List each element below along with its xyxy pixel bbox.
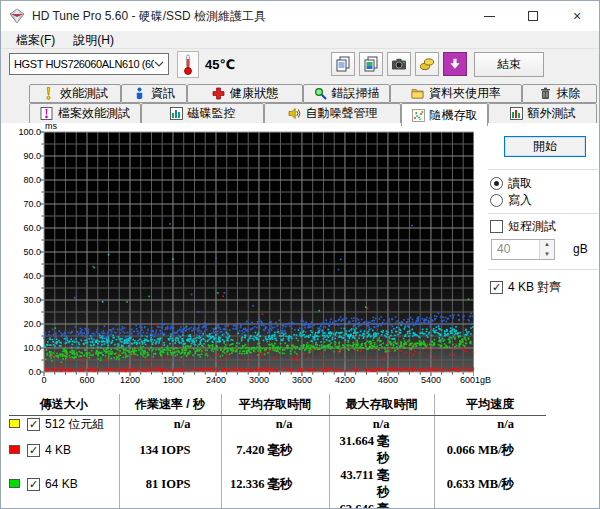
drive-select[interactable]: HGST HUS726060ALN610 (6001 gB): [9, 53, 169, 75]
series-label: 4 KB: [45, 443, 71, 457]
close-button[interactable]: ×: [555, 1, 599, 31]
tab-label: 抹除: [557, 85, 581, 102]
read-label: 讀取: [508, 175, 532, 192]
tab-extra-tests[interactable]: 額外測試: [488, 103, 597, 124]
stepper-arrows[interactable]: ▲▼: [539, 240, 554, 259]
series-checkbox[interactable]: ✓: [27, 444, 40, 457]
avg-access-value: n/a: [221, 415, 329, 433]
save-results-button[interactable]: [443, 52, 467, 76]
screenshot-button[interactable]: [387, 52, 411, 76]
short-test-checkbox[interactable]: [490, 220, 503, 233]
header-max-access: 最大存取時間: [329, 394, 434, 415]
exclamation-icon: [42, 87, 55, 100]
short-test-row[interactable]: 短程測試: [490, 218, 556, 235]
tabs-row-2: 檔案效能測試 磁碟監控 自動噪聲管理 隨機存取 額外測試: [29, 103, 599, 124]
x-tick-label: 6001gB: [460, 375, 506, 385]
results-table: 傳送大小 作業速率 / 秒 平均存取時間 最大存取時間 平均速度 ✓512 位元…: [9, 394, 546, 509]
avg-access-value: 18.723 毫秒: [221, 501, 329, 509]
tab-label: 效能測試: [60, 85, 108, 102]
disk-monitor-icon: [170, 107, 183, 120]
series-checkbox[interactable]: ✓: [27, 418, 40, 431]
ops-value: 81 IOPS: [119, 467, 221, 501]
avg-speed-value: n/a: [434, 415, 546, 433]
write-label: 寫入: [508, 192, 532, 209]
results-body: ✓512 位元組n/an/an/an/a✓4 KB134 IOPS7.420 毫…: [9, 415, 546, 509]
series-checkbox[interactable]: ✓: [27, 478, 40, 491]
header-avg-speed: 平均速度: [434, 394, 546, 415]
chevron-down-icon: [154, 61, 164, 67]
tab-acoustic-management[interactable]: 自動噪聲管理: [264, 103, 401, 124]
trash-icon: [539, 87, 552, 100]
tab-label: 隨機存取: [430, 107, 478, 124]
tab-info[interactable]: 資訊: [121, 84, 187, 103]
panel-separator: [488, 213, 598, 214]
exit-button[interactable]: 結束: [474, 52, 544, 77]
align-row[interactable]: ✓ 4 KB 對齊: [490, 279, 561, 296]
random-access-icon: [412, 109, 425, 122]
header-transfer-size: 傳送大小: [9, 394, 119, 415]
copy-text-icon: [335, 56, 351, 72]
tab-error-scan[interactable]: 錯誤掃描: [303, 84, 390, 103]
info-icon: [133, 87, 146, 100]
menu-help[interactable]: 說明(H): [64, 31, 123, 49]
speaker-icon: [288, 107, 301, 120]
menu-file[interactable]: 檔案(F): [7, 31, 64, 49]
copy-image-button[interactable]: [359, 52, 383, 76]
test-size-value: 40: [492, 240, 539, 259]
write-radio[interactable]: [490, 194, 503, 207]
read-radio-row[interactable]: 讀取: [490, 175, 532, 192]
max-access-value: 62.646 毫秒: [329, 501, 434, 509]
maximize-button[interactable]: [511, 1, 555, 31]
tab-erase[interactable]: 抹除: [522, 84, 597, 103]
stepper-up-icon[interactable]: ▲: [540, 240, 554, 250]
minimize-button[interactable]: [467, 1, 511, 31]
file-benchmark-icon: [40, 107, 53, 120]
tabs-row-1: 效能測試 資訊 健康狀態 錯誤掃描 資料夾使用率 抹除: [29, 84, 599, 103]
copy-text-button[interactable]: [331, 52, 355, 76]
tab-disk-monitor[interactable]: 磁碟監控: [141, 103, 264, 124]
app-icon: [9, 8, 25, 24]
series-label: 512 位元組: [45, 416, 104, 433]
camera-icon: [391, 56, 407, 72]
header-ops: 作業速率 / 秒: [119, 394, 221, 415]
tab-label: 資訊: [151, 85, 175, 102]
read-radio[interactable]: [490, 177, 503, 190]
tab-label: 健康狀態: [230, 85, 278, 102]
title-bar: HD Tune Pro 5.60 - 硬碟/SSD 檢測維護工具 ×: [1, 1, 599, 31]
align-label: 4 KB 對齊: [508, 279, 561, 296]
x-tick-label: 2400: [196, 375, 236, 385]
y-tick-label: 40.0: [3, 271, 41, 281]
series-label: 64 KB: [45, 477, 78, 491]
x-tick-label: 4200: [325, 375, 365, 385]
toolbar: HGST HUS726060ALN610 (6001 gB) 45℃: [1, 49, 599, 81]
panel-separator: [488, 169, 598, 170]
align-checkbox[interactable]: ✓: [490, 281, 503, 294]
x-tick-label: 4800: [368, 375, 408, 385]
max-access-value: n/a: [329, 415, 434, 433]
start-button[interactable]: 開始: [504, 136, 586, 157]
stepper-down-icon[interactable]: ▼: [540, 250, 554, 260]
temperature-button[interactable]: [177, 51, 199, 78]
tab-health[interactable]: 健康狀態: [187, 84, 303, 103]
x-tick-label: 1200: [110, 375, 150, 385]
test-size-stepper[interactable]: 40 ▲▼: [491, 239, 555, 260]
tab-random-access[interactable]: 隨機存取: [401, 103, 488, 126]
results-header-row: 傳送大小 作業速率 / 秒 平均存取時間 最大存取時間 平均速度: [9, 394, 546, 415]
avg-access-value: 12.336 毫秒: [221, 467, 329, 501]
write-radio-row[interactable]: 寫入: [490, 192, 532, 209]
coins-button[interactable]: [415, 52, 439, 76]
tab-label: 額外測試: [528, 105, 576, 122]
y-tick-label: 30.0: [3, 295, 41, 305]
y-tick-label: 90.0: [3, 151, 41, 161]
series-color-swatch: [9, 419, 20, 428]
max-access-value: 31.664 毫秒: [329, 433, 434, 467]
table-row: ✓64 KB81 IOPS12.336 毫秒43.711 毫秒0.633 MB/…: [9, 467, 546, 501]
x-tick-label: 3600: [282, 375, 322, 385]
header-avg-access: 平均存取時間: [221, 394, 329, 415]
tab-benchmark[interactable]: 效能測試: [29, 84, 121, 103]
copy-image-icon: [363, 56, 379, 72]
health-cross-icon: [212, 87, 225, 100]
x-tick-label: 1800: [153, 375, 193, 385]
tab-folder-usage[interactable]: 資料夾使用率: [390, 84, 522, 103]
thermometer-icon: [183, 54, 193, 76]
